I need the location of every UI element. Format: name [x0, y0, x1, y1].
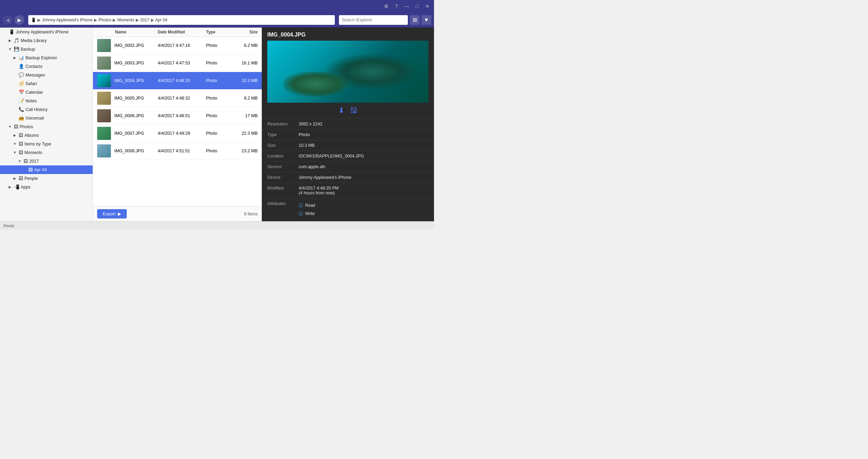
save-icon[interactable]: 🖫	[350, 106, 358, 115]
tree-label-albums: Albums	[24, 133, 90, 138]
back-button[interactable]: ◀	[3, 15, 12, 25]
detail-row-attributes: Attributes☑Read☑Write	[262, 198, 434, 221]
table-row[interactable]: IMG_0008.JPG4/4/2017 4:51:51Photo23.2 MB	[93, 142, 262, 160]
col-header-type[interactable]: Type	[206, 30, 230, 34]
sidebar-item-photos[interactable]: ▼🖼Photos	[0, 122, 93, 131]
sidebar-item-media-library[interactable]: ▶🎵Media Library	[0, 36, 93, 45]
sidebar-item-apr04[interactable]: 🖼Apr 04	[0, 165, 93, 174]
file-thumbnail	[97, 39, 111, 52]
sidebar-item-apps[interactable]: ▶📲Apps	[0, 183, 93, 191]
tree-icon-contacts: 👤	[19, 64, 24, 69]
detail-label: Attributes	[262, 198, 293, 221]
file-date: 4/4/2017 4:51:51	[158, 149, 206, 153]
breadcrumb-device[interactable]: Johnny Appleseed's iPhone	[42, 18, 93, 22]
content-area: Name Date Modified Type Size IMG_0002.JP…	[93, 28, 262, 221]
tree-label-2017: 2017	[29, 159, 90, 164]
export-button[interactable]: Export ▶	[97, 209, 127, 218]
detail-row-resolution: Resolution3992 x 2242	[262, 119, 434, 130]
col-header-date[interactable]: Date Modified	[158, 30, 206, 34]
status-text: Ready	[3, 224, 14, 228]
tree-label-notes: Notes	[25, 99, 90, 103]
minimize-button[interactable]: —	[403, 2, 411, 10]
expand-icon-apps: ▶	[8, 185, 12, 189]
sidebar-item-people[interactable]: ▶🖼People	[0, 174, 93, 183]
tree-icon-photos: 🖼	[14, 124, 18, 129]
close-button[interactable]: ✕	[424, 2, 431, 10]
expand-icon-media-library: ▶	[8, 39, 12, 42]
detail-label: Size	[262, 140, 293, 151]
table-row[interactable]: IMG_0003.JPG4/4/2017 4:47:53Photo16.1 MB	[93, 54, 262, 72]
search-input[interactable]	[339, 15, 408, 25]
sidebar-item-items-by-type[interactable]: ▼🖼Items by Type	[0, 140, 93, 148]
col-header-name[interactable]: Name	[115, 30, 158, 34]
detail-label: Location	[262, 151, 293, 162]
breadcrumb-moments[interactable]: Moments	[117, 18, 134, 22]
breadcrumb-apr04[interactable]: Apr 04	[155, 18, 167, 22]
attribute-label: Read	[305, 203, 315, 208]
sidebar-item-call-history[interactable]: 📞Call History	[0, 105, 93, 114]
maximize-button[interactable]: □	[413, 2, 421, 10]
tree-label-call-history: Call History	[25, 107, 90, 112]
breadcrumb-sep-5: ▶	[151, 18, 154, 22]
sidebar-item-albums[interactable]: ▶🖼Albums	[0, 131, 93, 140]
detail-value: 4/4/2017 4:48:20 PM (4 hours from now)	[293, 183, 434, 198]
tree-label-voicemail: Voicemail	[25, 116, 90, 121]
file-size: 8.2 MB	[230, 96, 258, 101]
tree-icon-2017: 🖼	[23, 159, 28, 164]
file-thumbnail	[97, 109, 111, 122]
forward-button[interactable]: ▶	[14, 15, 24, 25]
sidebar-item-moments[interactable]: ▼🖼Moments	[0, 148, 93, 157]
file-list-header: Name Date Modified Type Size	[93, 28, 262, 37]
col-header-size[interactable]: Size	[230, 30, 258, 34]
detail-value: Photo	[293, 130, 434, 140]
tree-icon-albums: 🖼	[19, 133, 23, 138]
file-thumbnail	[97, 92, 111, 105]
sidebar-item-notes[interactable]: 📝Notes	[0, 96, 93, 105]
checkbox-icon[interactable]: ☑	[299, 211, 303, 216]
settings-button[interactable]: ⚙	[382, 2, 390, 10]
tree-icon-backup-explorer: 📊	[19, 55, 24, 60]
tree-label-people: People	[24, 176, 90, 181]
file-name: IMG_0002.JPG	[114, 43, 158, 48]
file-type: Photo	[206, 113, 230, 118]
table-row[interactable]: IMG_0004.JPG4/4/2017 4:48:20Photo10.3 MB	[93, 72, 262, 90]
items-count: 8 Items	[244, 212, 258, 216]
detail-row-size: Size10.3 MB	[262, 140, 434, 151]
file-type: Photo	[206, 43, 230, 48]
main-container: 📱Johnny Appleseed's iPhone▶🎵Media Librar…	[0, 28, 434, 221]
file-date: 4/4/2017 4:47:53	[158, 61, 206, 65]
detail-title: IMG_0004.JPG	[262, 28, 434, 41]
table-row[interactable]: IMG_0006.JPG4/4/2017 4:48:51Photo17 MB	[93, 107, 262, 125]
sidebar-item-2017[interactable]: ▼🖼2017	[0, 157, 93, 165]
sidebar-item-messages[interactable]: 💬Messages	[0, 71, 93, 79]
sidebar-item-iphone[interactable]: 📱Johnny Appleseed's iPhone	[0, 28, 93, 36]
dropdown-button[interactable]: ▼	[422, 15, 431, 25]
sidebar-item-contacts[interactable]: 👤Contacts	[0, 62, 93, 71]
tree-icon-notes: 📝	[19, 98, 24, 103]
breadcrumb-sep-4: ▶	[136, 18, 139, 22]
breadcrumb-2017[interactable]: 2017	[140, 18, 149, 22]
grid-view-button[interactable]: ⊞	[410, 15, 420, 25]
sidebar-item-backup-explorer[interactable]: ▶📊Backup Explorer	[0, 53, 93, 62]
checkbox-icon[interactable]: ☑	[299, 203, 303, 208]
tree-icon-media-library: 🎵	[14, 38, 19, 43]
detail-row-location: Location/DCIM/100APPLE/IMG_0004.JPG	[262, 151, 434, 162]
help-button[interactable]: ?	[393, 2, 400, 10]
status-bar: Ready	[0, 221, 434, 229]
nav-bar: ◀ ▶ 📱 ▶ Johnny Appleseed's iPhone ▶ Phot…	[0, 12, 434, 28]
detail-value: Johnny Appleseed's iPhone	[293, 172, 434, 183]
sidebar-item-calendar[interactable]: 📅Calendar	[0, 88, 93, 96]
breadcrumb-photos[interactable]: Photos	[99, 18, 111, 22]
table-row[interactable]: IMG_0007.JPG4/4/2017 4:49:29Photo22.3 MB	[93, 125, 262, 142]
table-row[interactable]: IMG_0002.JPG4/4/2017 4:47:16Photo6.2 MB	[93, 37, 262, 54]
sidebar-item-voicemail[interactable]: 📻Voicemail	[0, 114, 93, 122]
detail-label: Modified	[262, 183, 293, 198]
sidebar-item-backup[interactable]: ▼💾Backup	[0, 45, 93, 53]
breadcrumb-sep-2: ▶	[94, 18, 97, 22]
sidebar-item-safari[interactable]: 🧭Safari	[0, 79, 93, 88]
tree-icon-messages: 💬	[19, 72, 24, 78]
download-icon[interactable]: ⬇	[338, 106, 344, 115]
file-type: Photo	[206, 96, 230, 101]
table-row[interactable]: IMG_0005.JPG4/4/2017 4:48:32Photo8.2 MB	[93, 90, 262, 107]
tree-icon-safari: 🧭	[19, 81, 24, 86]
